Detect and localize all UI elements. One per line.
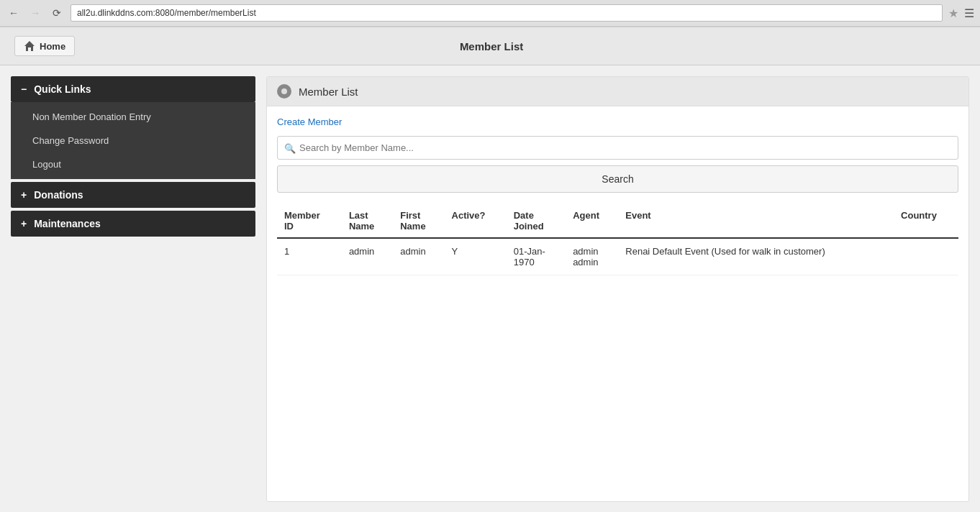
col-event: Event (618, 204, 894, 238)
menu-icon[interactable]: ☰ (964, 6, 974, 20)
quick-links-header[interactable]: − Quick Links (11, 76, 255, 102)
maintenances-section: + Maintenances (11, 211, 255, 237)
page-content: − Quick Links Non Member Donation Entry … (0, 65, 980, 512)
cell-agent: adminadmin (566, 238, 618, 275)
donations-expand-icon: + (21, 189, 27, 201)
col-last-name: LastName (342, 204, 393, 238)
sidebar: − Quick Links Non Member Donation Entry … (11, 76, 255, 502)
home-label: Home (40, 41, 65, 52)
browser-toolbar: ← → ⟳ ★ ☰ (0, 0, 980, 27)
member-table: MemberID LastName FirstName Active? Date… (277, 204, 958, 275)
section-icon (277, 84, 291, 99)
cell-first-name: admin (393, 238, 444, 275)
donations-section: + Donations (11, 182, 255, 208)
col-country: Country (894, 204, 958, 238)
quick-links-body: Non Member Donation Entry Change Passwor… (11, 102, 255, 179)
cell-date-joined: 01-Jan-1970 (507, 238, 566, 275)
section-title: Member List (299, 86, 358, 98)
col-first-name: FirstName (393, 204, 444, 238)
main-body: Create Member 🔍 Search MemberID LastName… (267, 106, 968, 285)
main-header: Member List (267, 77, 968, 106)
quick-links-section: − Quick Links Non Member Donation Entry … (11, 76, 255, 179)
cell-last-name: admin (342, 238, 393, 275)
star-icon[interactable]: ★ (948, 6, 958, 20)
search-button[interactable]: Search (277, 165, 958, 193)
cell-member-id: 1 (277, 238, 342, 275)
col-active: Active? (445, 204, 507, 238)
main-content: Member List Create Member 🔍 Search Membe… (266, 76, 969, 502)
donations-header[interactable]: + Donations (11, 182, 255, 208)
maintenances-label: Maintenances (34, 218, 101, 229)
quick-links-label: Quick Links (34, 83, 91, 95)
cell-event: Renai Default Event (Used for walk in cu… (618, 238, 894, 275)
app-header: Home Member List (0, 27, 980, 65)
maintenances-header[interactable]: + Maintenances (11, 211, 255, 237)
col-agent: Agent (566, 204, 618, 238)
maintenances-expand-icon: + (21, 218, 27, 229)
search-container: 🔍 (277, 136, 958, 160)
table-row: 1 admin admin Y 01-Jan-1970 adminadmin R… (277, 238, 958, 275)
back-button[interactable]: ← (6, 5, 22, 21)
sidebar-item-non-member-donation[interactable]: Non Member Donation Entry (11, 105, 255, 129)
table-body: 1 admin admin Y 01-Jan-1970 adminadmin R… (277, 238, 958, 275)
table-header: MemberID LastName FirstName Active? Date… (277, 204, 958, 238)
forward-button[interactable]: → (27, 5, 43, 21)
create-member-link[interactable]: Create Member (277, 116, 342, 127)
col-date-joined: DateJoined (507, 204, 566, 238)
search-icon: 🔍 (284, 142, 296, 153)
home-button[interactable]: Home (14, 36, 75, 56)
cell-country (894, 238, 958, 275)
col-member-id: MemberID (277, 204, 342, 238)
browser-chrome: ← → ⟳ ★ ☰ (0, 0, 980, 27)
address-bar[interactable] (71, 4, 943, 22)
page-title: Member List (75, 40, 966, 52)
quick-links-collapse-icon: − (21, 83, 27, 95)
cell-active: Y (445, 238, 507, 275)
sidebar-item-change-password[interactable]: Change Password (11, 129, 255, 152)
reload-button[interactable]: ⟳ (49, 5, 65, 21)
donations-label: Donations (34, 189, 83, 201)
sidebar-item-logout[interactable]: Logout (11, 152, 255, 176)
home-icon (24, 40, 35, 52)
search-input[interactable] (277, 136, 958, 160)
